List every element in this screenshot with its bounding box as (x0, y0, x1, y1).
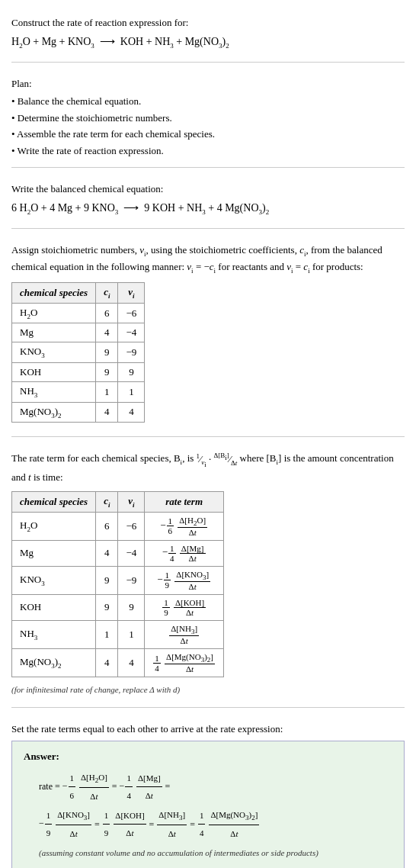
answer-label: Answer: (24, 749, 392, 764)
table-row: KNO3 9 −9 (12, 342, 145, 363)
frac-mgno32: Δ[Mg(NO3)2]Δt (209, 806, 259, 842)
frac-koh: Δ[KOH]Δt (114, 807, 146, 841)
frac-mgno32-coef: 14 (198, 807, 206, 841)
ci-h2o: 6 (96, 303, 118, 323)
term-kno3: −19 Δ[KNO3]Δt (145, 566, 224, 594)
rate-term-intro: The rate term for each chemical species,… (11, 451, 405, 485)
rate-line-1: rate = −16 Δ[H2O]Δt = −14 Δ[Mg]Δt = (39, 769, 392, 805)
vi-mgno32: 4 (118, 402, 145, 423)
table-row: KOH 9 9 19 Δ[KOH]Δt (12, 594, 224, 620)
term-mg: −14 Δ[Mg]Δt (145, 540, 224, 566)
frac-koh-coef: 19 (103, 807, 110, 841)
term-nh3: Δ[NH3]Δt (145, 620, 224, 648)
stoich-col-vi: νi (118, 283, 145, 304)
rate-expression-section: Set the rate terms equal to each other t… (11, 714, 405, 868)
stoich-col-ci: ci (96, 283, 118, 304)
vi-nh3-r: 1 (118, 620, 145, 648)
table-row: Mg(NO3)2 4 4 (12, 402, 145, 423)
vi-h2o-r: −6 (118, 512, 145, 540)
vi-mg-r: −4 (118, 540, 145, 566)
ci-mg-r: 4 (96, 540, 118, 566)
rate-col-term: rate term (145, 491, 224, 512)
infinitesimal-note: (for infinitesimal rate of change, repla… (11, 683, 405, 696)
plan-label: Plan: (11, 76, 405, 92)
species-nh3: NH3 (12, 382, 96, 403)
rate-expression: rate = −16 Δ[H2O]Δt = −14 Δ[Mg]Δt = −19 … (24, 769, 392, 860)
rate-term-h2o-neg: −16 (62, 770, 76, 804)
table-row: KNO3 9 −9 −19 Δ[KNO3]Δt (12, 566, 224, 594)
plan-item-1: • Balance the chemical equation. (11, 94, 405, 109)
table-row: NH3 1 1 (12, 382, 145, 403)
ci-mgno32: 4 (96, 402, 118, 423)
vi-koh: 9 (118, 363, 145, 382)
table-row: Mg(NO3)2 4 4 14 Δ[Mg(NO3)2]Δt (12, 649, 224, 677)
term-koh: 19 Δ[KOH]Δt (145, 594, 224, 620)
rate-term-kno3-neg: −19 (39, 807, 53, 841)
ci-h2o-r: 6 (96, 512, 118, 540)
ci-mgno32-r: 4 (96, 649, 118, 677)
balanced-section: Write the balanced chemical equation: 6 … (11, 174, 405, 229)
answer-box: Answer: rate = −16 Δ[H2O]Δt = −14 Δ[Mg]Δ… (11, 741, 405, 868)
term-h2o: −16 Δ[H2O]Δt (145, 512, 224, 540)
ci-koh: 9 (96, 363, 118, 382)
plan-item-4: • Write the rate of reaction expression. (11, 143, 405, 159)
table-row: Mg 4 −4 (12, 323, 145, 342)
rate-col-ci: ci (96, 491, 118, 512)
balanced-equation: 6 H2O + 4 Mg + 9 KNO3 ⟶ 9 KOH + NH3 + 4 … (11, 200, 405, 217)
frac-mg: Δ[Mg]Δt (136, 770, 162, 804)
rate-term-mg-neg: −14 (120, 770, 133, 804)
set-equal-label: Set the rate terms equal to each other t… (11, 722, 405, 737)
table-row: KOH 9 9 (12, 363, 145, 382)
plan-section: Plan: • Balance the chemical equation. •… (11, 69, 405, 169)
vi-mgno32-r: 4 (118, 649, 145, 677)
rate-col-vi: νi (118, 491, 145, 512)
stoich-section: Assign stoichiometric numbers, νi, using… (11, 235, 405, 437)
vi-h2o: −6 (118, 303, 145, 323)
rate-col-species: chemical species (12, 491, 96, 512)
species-kno3-r: KNO3 (12, 566, 96, 594)
vi-nh3: 1 (118, 382, 145, 403)
ci-nh3: 1 (96, 382, 118, 403)
balanced-label: Write the balanced chemical equation: (11, 182, 405, 197)
species-mg: Mg (12, 323, 96, 342)
header-section: Construct the rate of reaction expressio… (11, 8, 405, 63)
vi-kno3: −9 (118, 342, 145, 363)
table-row: H2O 6 −6 (12, 303, 145, 323)
ci-mg: 4 (96, 323, 118, 342)
vi-kno3-r: −9 (118, 566, 145, 594)
table-row: H2O 6 −6 −16 Δ[H2O]Δt (12, 512, 224, 540)
stoich-table: chemical species ci νi H2O 6 −6 Mg 4 −4 … (11, 282, 145, 423)
plan-item-3: • Assemble the rate term for each chemic… (11, 127, 405, 142)
rate-table: chemical species ci νi rate term H2O 6 −… (11, 491, 224, 677)
table-row: Mg 4 −4 −14 Δ[Mg]Δt (12, 540, 224, 566)
ci-koh-r: 9 (96, 594, 118, 620)
species-mgno32-r: Mg(NO3)2 (12, 649, 96, 677)
term-mgno32: 14 Δ[Mg(NO3)2]Δt (145, 649, 224, 677)
vi-mg: −4 (118, 323, 145, 342)
species-koh: KOH (12, 363, 96, 382)
frac-kno3: Δ[KNO3]Δt (56, 806, 91, 842)
plan-item-2: • Determine the stoichiometric numbers. (11, 111, 405, 126)
vi-koh-r: 9 (118, 594, 145, 620)
species-mgno32: Mg(NO3)2 (12, 402, 96, 423)
species-kno3: KNO3 (12, 342, 96, 363)
ci-kno3: 9 (96, 342, 118, 363)
header-title: Construct the rate of reaction expressio… (11, 15, 405, 31)
species-mg-r: Mg (12, 540, 96, 566)
species-h2o-r: H2O (12, 512, 96, 540)
species-nh3-r: NH3 (12, 620, 96, 648)
frac-nh3: Δ[NH3]Δt (157, 806, 187, 842)
rate-line-2: −19 Δ[KNO3]Δt = 19 Δ[KOH]Δt = Δ[NH3]Δt =… (39, 806, 392, 842)
species-h2o: H2O (12, 303, 96, 323)
ci-nh3-r: 1 (96, 620, 118, 648)
rate-terms-section: The rate term for each chemical species,… (11, 443, 405, 708)
stoich-col-species: chemical species (12, 283, 96, 304)
ci-kno3-r: 9 (96, 566, 118, 594)
assumption-note: (assuming constant volume and no accumul… (39, 847, 392, 860)
table-row: NH3 1 1 Δ[NH3]Δt (12, 620, 224, 648)
frac-h2o: Δ[H2O]Δt (79, 769, 109, 805)
rate-eq-label: rate = (39, 777, 60, 796)
stoich-intro: Assign stoichiometric numbers, νi, using… (11, 243, 405, 276)
species-koh-r: KOH (12, 594, 96, 620)
unbalanced-equation: H2O + Mg + KNO3 ⟶ KOH + NH3 + Mg(NO3)2 (11, 34, 405, 51)
